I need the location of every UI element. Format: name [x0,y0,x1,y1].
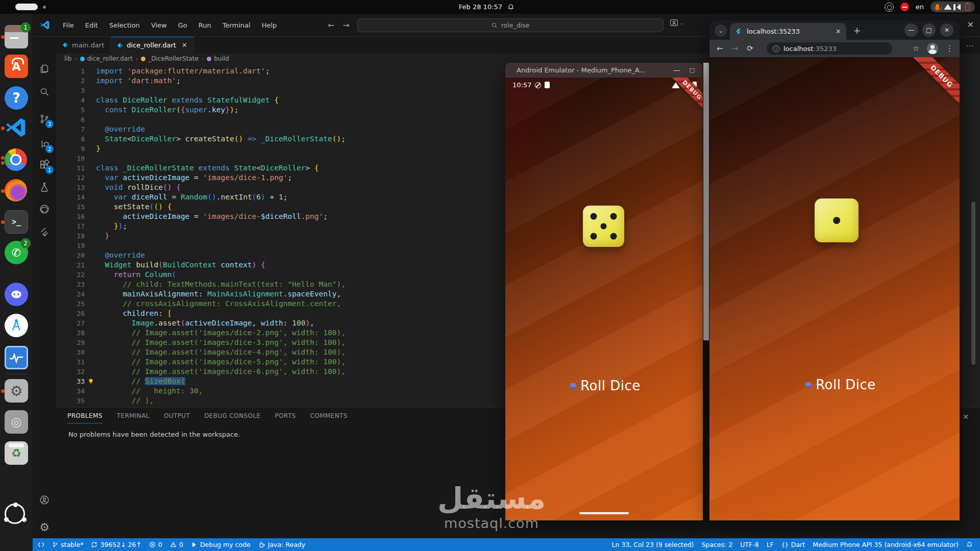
editor-tab-main.dart[interactable]: main.dart [56,37,111,53]
status-item-bell[interactable] [966,541,973,548]
panel-tab-output[interactable]: OUTPUT [164,412,190,423]
dock-item-system-monitor[interactable] [5,346,28,369]
browser-close-button[interactable]: ✕ [940,23,953,37]
scrollbar-thumb[interactable] [703,63,709,340]
activity-search[interactable] [33,82,56,102]
activity-explorer[interactable] [33,59,56,79]
menu-selection[interactable]: Selection [105,19,144,31]
emulator-screen[interactable]: 10:57 DEBUG Roll Dice [505,78,703,520]
menu-view[interactable]: View [146,19,172,31]
activity-source-control[interactable]: 3 [33,109,56,129]
roll-dice-button[interactable]: Roll Dice [570,378,641,393]
whatsapp-tray-icon[interactable] [885,3,894,12]
panel-tab-terminal[interactable]: TERMINAL [117,412,150,423]
activity-testing[interactable] [33,177,56,197]
system-indicators[interactable] [930,2,975,12]
dock-item-terminal[interactable]: >_ [5,210,28,234]
activity-flutter[interactable] [33,222,56,242]
workspace-dot[interactable] [43,6,46,9]
status-item-ln[interactable]: Ln 33, Col 23 (9 selected) [612,541,694,548]
activity-settings-gear[interactable]: ⚙ [33,517,56,537]
dock-item-chrome[interactable] [5,148,28,172]
panel-tab-ports[interactable]: PORTS [275,412,296,423]
phone-gesture-bar[interactable] [579,512,629,514]
status-item-0[interactable]: 0 [170,541,183,548]
breadcrumb-item[interactable]: _DiceRollerState [141,55,198,62]
workspace-indicator[interactable] [15,4,38,10]
address-bar[interactable]: i localhost:35233 [767,42,892,55]
status-item-lf[interactable]: LF [767,541,774,548]
clock[interactable]: Feb 28 10:57 [459,0,514,14]
browser-profile-avatar[interactable] [927,43,938,54]
status-item-stable[interactable]: stable* [52,541,83,548]
status-item-medium[interactable]: Medium Phone API 35 (android-x64 emulato… [813,541,959,548]
window-close-button[interactable]: ✕ [967,20,974,30]
command-center-search[interactable]: role_dise [357,18,664,32]
dock-item-android-studio[interactable] [5,314,28,337]
status-item-utf8[interactable]: UTF-8 [740,541,758,548]
browser-tab[interactable]: localhost:35233 ✕ [730,23,846,40]
status-item-java[interactable]: Java: Ready [258,541,305,548]
emulator-maximize-button[interactable]: □ [685,63,699,78]
dock-item-app-center[interactable]: A [5,55,28,78]
activity-run-debug[interactable]: 2 [33,134,56,154]
dock-item-disks[interactable]: ◎ [5,410,28,434]
emulator-minimize-button[interactable]: — [670,63,683,78]
browser-minimize-button[interactable]: — [904,23,918,37]
do-not-disturb-icon[interactable] [900,3,909,11]
dock-item-discord[interactable] [5,283,28,306]
dock-item-vscode[interactable] [5,116,28,140]
browser-back-button[interactable]: ← [717,44,723,53]
keyboard-layout[interactable]: en [916,3,924,11]
status-item-0[interactable]: 0 [149,541,162,548]
bookmark-star-icon[interactable]: ☆ [913,44,919,53]
menu-terminal[interactable]: Terminal [218,19,255,31]
dock-item-whatsapp[interactable]: ✆2 [5,241,28,264]
status-item-debug[interactable]: Debug my code [191,541,251,548]
new-tab-button[interactable]: + [853,26,861,36]
status-item-spaces[interactable]: Spaces: 2 [701,541,732,548]
editor-scrollbar[interactable] [971,202,975,365]
emulator-titlebar[interactable]: Android Emulator - Medium_Phone_A... — □ [505,63,703,78]
status-item-remote[interactable] [38,541,44,548]
site-info-icon[interactable]: i [773,45,779,52]
dock-item-help[interactable]: ? [5,86,28,110]
tab-close-icon[interactable]: ✕ [836,28,841,35]
status-item-39652[interactable]: 39652↓ 26↑ [91,541,141,548]
browser-reload-button[interactable]: ⟳ [747,44,753,53]
menu-go[interactable]: Go [174,19,192,31]
editor-actions-more-icon[interactable]: ⋯ [966,41,975,51]
tab-close-icon[interactable]: ✕ [182,41,187,49]
nav-back-button[interactable]: ← [328,20,334,30]
dock-item-file-manager[interactable]: 1 [5,25,28,48]
activity-account[interactable] [33,490,56,510]
menu-run[interactable]: Run [194,19,216,31]
dock-item-firefox[interactable] [5,179,28,203]
nav-forward-button[interactable]: → [342,20,349,30]
menu-file[interactable]: File [58,19,79,31]
roll-dice-button[interactable]: Roll Dice [805,377,876,392]
activity-github[interactable] [33,199,56,219]
breadcrumb-item[interactable]: dice_roller.dart [80,55,133,62]
breadcrumb-item[interactable]: build [207,55,229,62]
browser-page[interactable]: DEBUG Roll Dice [709,57,960,520]
panel-close-icon[interactable]: ✕ [963,413,969,421]
editor-tab-dice_roller.dart[interactable]: dice_roller.dart✕ [111,37,194,53]
status-item-dart[interactable]: {}Dart [781,541,805,548]
dock-item-ubuntu-apps[interactable] [5,504,28,527]
activity-extensions[interactable]: 1 [33,155,56,175]
dock-item-trash[interactable]: ♻ [5,441,28,465]
browser-menu-icon[interactable]: ⋮ [946,44,953,53]
breadcrumb-item[interactable]: lib [64,55,71,62]
panel-tab-debug-console[interactable]: DEBUG CONSOLE [204,412,260,423]
panel-tab-problems[interactable]: PROBLEMS [67,412,103,423]
menu-edit[interactable]: Edit [81,19,103,31]
tab-search-chevron-icon[interactable]: ⌄ [715,24,727,37]
browser-forward-button[interactable]: → [732,44,739,53]
menu-help[interactable]: Help [257,19,282,31]
profile-button[interactable]: ⌄ [670,18,684,27]
browser-maximize-button[interactable]: □ [922,23,936,37]
panel-tab-comments[interactable]: COMMENTS [310,412,348,423]
dock-item-settings[interactable]: ⚙ [5,379,28,403]
lightbulb-icon[interactable] [88,378,94,384]
